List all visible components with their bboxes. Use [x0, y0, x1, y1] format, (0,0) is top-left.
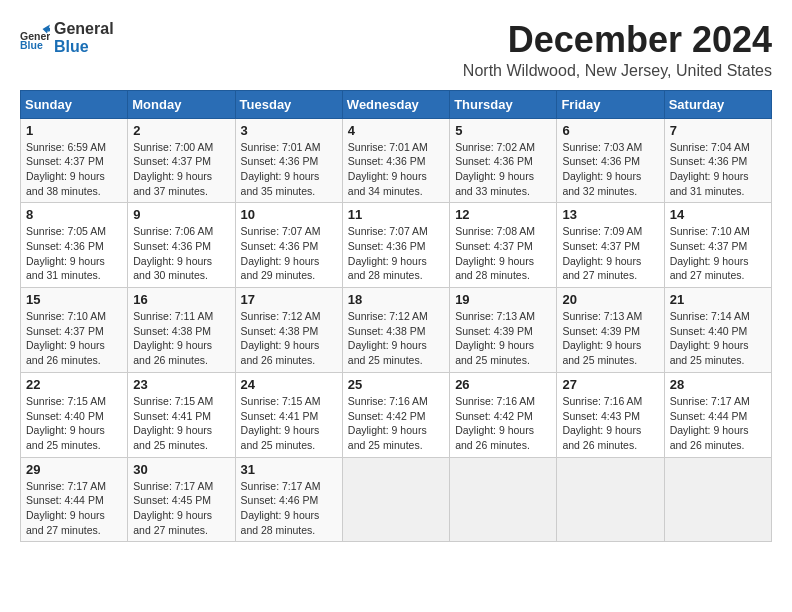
calendar-cell: 28Sunrise: 7:17 AMSunset: 4:44 PMDayligh…	[664, 372, 771, 457]
calendar-cell: 16Sunrise: 7:11 AMSunset: 4:38 PMDayligh…	[128, 288, 235, 373]
day-info: Sunrise: 7:06 AMSunset: 4:36 PMDaylight:…	[133, 224, 229, 283]
day-info: Sunrise: 7:07 AMSunset: 4:36 PMDaylight:…	[241, 224, 337, 283]
calendar-cell: 18Sunrise: 7:12 AMSunset: 4:38 PMDayligh…	[342, 288, 449, 373]
day-info: Sunrise: 7:16 AMSunset: 4:42 PMDaylight:…	[455, 394, 551, 453]
weekday-header-thursday: Thursday	[450, 90, 557, 118]
calendar-cell	[342, 457, 449, 542]
calendar-cell: 14Sunrise: 7:10 AMSunset: 4:37 PMDayligh…	[664, 203, 771, 288]
day-number: 29	[26, 462, 122, 477]
day-info: Sunrise: 7:13 AMSunset: 4:39 PMDaylight:…	[562, 309, 658, 368]
day-info: Sunrise: 7:15 AMSunset: 4:40 PMDaylight:…	[26, 394, 122, 453]
calendar-cell: 13Sunrise: 7:09 AMSunset: 4:37 PMDayligh…	[557, 203, 664, 288]
calendar-cell: 31Sunrise: 7:17 AMSunset: 4:46 PMDayligh…	[235, 457, 342, 542]
day-info: Sunrise: 7:04 AMSunset: 4:36 PMDaylight:…	[670, 140, 766, 199]
weekday-header-sunday: Sunday	[21, 90, 128, 118]
calendar-cell: 19Sunrise: 7:13 AMSunset: 4:39 PMDayligh…	[450, 288, 557, 373]
day-number: 4	[348, 123, 444, 138]
weekday-header-monday: Monday	[128, 90, 235, 118]
calendar-cell: 2Sunrise: 7:00 AMSunset: 4:37 PMDaylight…	[128, 118, 235, 203]
weekday-header-friday: Friday	[557, 90, 664, 118]
day-info: Sunrise: 7:12 AMSunset: 4:38 PMDaylight:…	[348, 309, 444, 368]
weekday-header-saturday: Saturday	[664, 90, 771, 118]
day-info: Sunrise: 7:13 AMSunset: 4:39 PMDaylight:…	[455, 309, 551, 368]
week-row-3: 15Sunrise: 7:10 AMSunset: 4:37 PMDayligh…	[21, 288, 772, 373]
week-row-4: 22Sunrise: 7:15 AMSunset: 4:40 PMDayligh…	[21, 372, 772, 457]
day-number: 8	[26, 207, 122, 222]
day-number: 24	[241, 377, 337, 392]
calendar-table: SundayMondayTuesdayWednesdayThursdayFrid…	[20, 90, 772, 543]
day-number: 26	[455, 377, 551, 392]
day-number: 16	[133, 292, 229, 307]
title-section: December 2024 North Wildwood, New Jersey…	[463, 20, 772, 80]
calendar-cell	[664, 457, 771, 542]
calendar-cell: 29Sunrise: 7:17 AMSunset: 4:44 PMDayligh…	[21, 457, 128, 542]
day-number: 21	[670, 292, 766, 307]
day-number: 2	[133, 123, 229, 138]
day-number: 5	[455, 123, 551, 138]
calendar-cell: 11Sunrise: 7:07 AMSunset: 4:36 PMDayligh…	[342, 203, 449, 288]
month-title: December 2024	[463, 20, 772, 60]
logo-general-text: General	[54, 20, 114, 38]
day-info: Sunrise: 7:15 AMSunset: 4:41 PMDaylight:…	[241, 394, 337, 453]
calendar-cell: 7Sunrise: 7:04 AMSunset: 4:36 PMDaylight…	[664, 118, 771, 203]
day-number: 6	[562, 123, 658, 138]
svg-text:Blue: Blue	[20, 38, 43, 50]
day-number: 27	[562, 377, 658, 392]
day-number: 12	[455, 207, 551, 222]
day-info: Sunrise: 7:10 AMSunset: 4:37 PMDaylight:…	[670, 224, 766, 283]
calendar-cell: 24Sunrise: 7:15 AMSunset: 4:41 PMDayligh…	[235, 372, 342, 457]
day-info: Sunrise: 7:08 AMSunset: 4:37 PMDaylight:…	[455, 224, 551, 283]
day-number: 20	[562, 292, 658, 307]
location-title: North Wildwood, New Jersey, United State…	[463, 62, 772, 80]
day-number: 22	[26, 377, 122, 392]
calendar-cell	[450, 457, 557, 542]
page-header: General Blue General Blue December 2024 …	[20, 20, 772, 80]
day-info: Sunrise: 7:11 AMSunset: 4:38 PMDaylight:…	[133, 309, 229, 368]
day-info: Sunrise: 7:17 AMSunset: 4:45 PMDaylight:…	[133, 479, 229, 538]
calendar-cell: 5Sunrise: 7:02 AMSunset: 4:36 PMDaylight…	[450, 118, 557, 203]
day-info: Sunrise: 7:07 AMSunset: 4:36 PMDaylight:…	[348, 224, 444, 283]
week-row-1: 1Sunrise: 6:59 AMSunset: 4:37 PMDaylight…	[21, 118, 772, 203]
logo-blue-text: Blue	[54, 38, 114, 56]
day-info: Sunrise: 7:03 AMSunset: 4:36 PMDaylight:…	[562, 140, 658, 199]
calendar-cell: 8Sunrise: 7:05 AMSunset: 4:36 PMDaylight…	[21, 203, 128, 288]
day-info: Sunrise: 7:01 AMSunset: 4:36 PMDaylight:…	[241, 140, 337, 199]
day-number: 3	[241, 123, 337, 138]
day-info: Sunrise: 7:16 AMSunset: 4:43 PMDaylight:…	[562, 394, 658, 453]
day-number: 23	[133, 377, 229, 392]
calendar-cell: 9Sunrise: 7:06 AMSunset: 4:36 PMDaylight…	[128, 203, 235, 288]
week-row-5: 29Sunrise: 7:17 AMSunset: 4:44 PMDayligh…	[21, 457, 772, 542]
weekday-header-tuesday: Tuesday	[235, 90, 342, 118]
day-number: 17	[241, 292, 337, 307]
week-row-2: 8Sunrise: 7:05 AMSunset: 4:36 PMDaylight…	[21, 203, 772, 288]
day-number: 28	[670, 377, 766, 392]
calendar-cell: 30Sunrise: 7:17 AMSunset: 4:45 PMDayligh…	[128, 457, 235, 542]
calendar-cell	[557, 457, 664, 542]
calendar-cell: 26Sunrise: 7:16 AMSunset: 4:42 PMDayligh…	[450, 372, 557, 457]
calendar-cell: 21Sunrise: 7:14 AMSunset: 4:40 PMDayligh…	[664, 288, 771, 373]
day-info: Sunrise: 7:05 AMSunset: 4:36 PMDaylight:…	[26, 224, 122, 283]
calendar-cell: 25Sunrise: 7:16 AMSunset: 4:42 PMDayligh…	[342, 372, 449, 457]
calendar-cell: 20Sunrise: 7:13 AMSunset: 4:39 PMDayligh…	[557, 288, 664, 373]
day-number: 18	[348, 292, 444, 307]
day-number: 14	[670, 207, 766, 222]
day-info: Sunrise: 7:01 AMSunset: 4:36 PMDaylight:…	[348, 140, 444, 199]
day-number: 19	[455, 292, 551, 307]
calendar-cell: 23Sunrise: 7:15 AMSunset: 4:41 PMDayligh…	[128, 372, 235, 457]
logo: General Blue General Blue	[20, 20, 114, 55]
logo-bird-icon: General Blue	[20, 23, 50, 53]
day-number: 9	[133, 207, 229, 222]
day-number: 10	[241, 207, 337, 222]
calendar-cell: 22Sunrise: 7:15 AMSunset: 4:40 PMDayligh…	[21, 372, 128, 457]
day-number: 7	[670, 123, 766, 138]
day-number: 31	[241, 462, 337, 477]
calendar-cell: 3Sunrise: 7:01 AMSunset: 4:36 PMDaylight…	[235, 118, 342, 203]
day-info: Sunrise: 7:16 AMSunset: 4:42 PMDaylight:…	[348, 394, 444, 453]
day-info: Sunrise: 6:59 AMSunset: 4:37 PMDaylight:…	[26, 140, 122, 199]
calendar-cell: 15Sunrise: 7:10 AMSunset: 4:37 PMDayligh…	[21, 288, 128, 373]
day-number: 15	[26, 292, 122, 307]
day-number: 13	[562, 207, 658, 222]
day-info: Sunrise: 7:17 AMSunset: 4:44 PMDaylight:…	[26, 479, 122, 538]
day-number: 1	[26, 123, 122, 138]
day-info: Sunrise: 7:15 AMSunset: 4:41 PMDaylight:…	[133, 394, 229, 453]
